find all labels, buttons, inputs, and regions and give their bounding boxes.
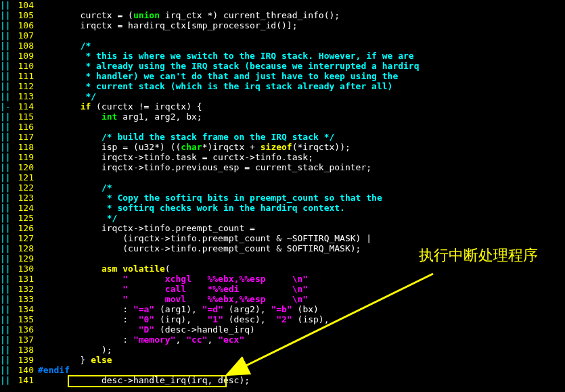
fold-gutter[interactable]: || [0,233,12,243]
code-content[interactable]: (irqctx->tinfo.preempt_count & ~SOFTIRQ_… [38,233,565,243]
code-content[interactable]: /* [38,41,565,51]
code-content[interactable]: * this is where we switch to the IRQ sta… [38,51,565,61]
code-content[interactable]: if (curctx != irqctx) { [38,101,565,112]
code-line[interactable]: ||112 * current stack (which is the irq … [0,81,565,91]
code-line[interactable]: ||131 " xchgl %%ebx,%%esp \n" [0,274,565,284]
code-line[interactable]: ||108 /* [0,41,565,51]
code-content[interactable]: ); [38,345,565,355]
fold-gutter[interactable]: || [0,0,12,10]
code-line[interactable]: ||134 : "=a" (arg1), "=d" (arg2), "=b" (… [0,304,565,314]
fold-gutter[interactable]: || [0,142,12,152]
fold-gutter[interactable]: || [0,345,12,355]
fold-gutter[interactable]: || [0,264,12,274]
code-editor[interactable]: ||104||105 curctx = (union irq_ctx *) cu… [0,0,565,392]
fold-gutter[interactable]: || [0,304,12,314]
fold-gutter[interactable]: || [0,274,12,284]
code-content[interactable] [38,122,565,132]
fold-gutter[interactable]: || [0,10,12,20]
code-line[interactable]: ||140#endif [0,365,565,375]
code-content[interactable]: : "memory", "cc", "ecx" [38,335,565,345]
code-content[interactable]: /* build the stack frame on the IRQ stac… [38,132,565,142]
code-line[interactable]: ||119 irqctx->tinfo.task = curctx->tinfo… [0,152,565,162]
code-line[interactable]: ||110 * already using the IRQ stack (bec… [0,61,565,71]
code-content[interactable]: irqctx->tinfo.preempt_count = [38,223,565,233]
code-line[interactable]: |-114 if (curctx != irqctx) { [0,101,565,112]
code-line[interactable]: ||104 [0,0,565,10]
fold-gutter[interactable]: || [0,112,12,122]
fold-gutter[interactable]: || [0,122,12,132]
fold-gutter[interactable]: || [0,51,12,61]
code-content[interactable]: * handler) we can't do that and just hav… [38,71,565,81]
code-content[interactable]: irqctx = hardirq_ctx[smp_processor_id()]… [38,20,565,30]
code-content[interactable]: " call *%%edi \n" [38,284,565,294]
code-line[interactable]: ||118 isp = (u32*) ((char*)irqctx + size… [0,142,565,152]
code-line[interactable]: ||136 "D" (desc->handle_irq) [0,324,565,335]
code-line[interactable]: ||133 " movl %%ebx,%%esp \n" [0,294,565,304]
code-content[interactable]: asm volatile( [38,264,565,274]
fold-gutter[interactable]: || [0,172,12,182]
code-content[interactable]: desc->handle_irq(irq, desc); [38,375,565,385]
code-line[interactable]: ||121 [0,172,565,182]
code-line[interactable]: ||125 */ [0,213,565,223]
fold-gutter[interactable]: || [0,223,12,233]
code-content[interactable]: * current stack (which is the irq stack … [38,81,565,91]
code-content[interactable]: isp = (u32*) ((char*)irqctx + sizeof(*ir… [38,142,565,152]
fold-gutter[interactable]: || [0,91,12,101]
fold-gutter[interactable]: || [0,41,12,51]
code-content[interactable] [38,172,565,182]
code-line[interactable]: ||126 irqctx->tinfo.preempt_count = [0,223,565,233]
fold-gutter[interactable]: || [0,61,12,71]
code-content[interactable]: irqctx->tinfo.task = curctx->tinfo.task; [38,152,565,162]
fold-gutter[interactable]: || [0,30,12,41]
fold-gutter[interactable]: || [0,213,12,223]
code-line[interactable]: ||139 } else [0,355,565,365]
code-content[interactable]: " xchgl %%ebx,%%esp \n" [38,274,565,284]
code-line[interactable]: ||132 " call *%%edi \n" [0,284,565,294]
code-line[interactable]: ||111 * handler) we can't do that and ju… [0,71,565,81]
fold-gutter[interactable]: || [0,193,12,203]
code-content[interactable]: curctx = (union irq_ctx *) current_threa… [38,10,565,20]
code-content[interactable]: #endif [38,365,565,375]
code-line[interactable]: ||135 : "0" (irq), "1" (desc), "2" (isp)… [0,314,565,324]
fold-gutter[interactable]: || [0,203,12,213]
code-content[interactable]: */ [38,91,565,101]
code-line[interactable]: ||137 : "memory", "cc", "ecx" [0,335,565,345]
code-content[interactable]: int arg1, arg2, bx; [38,112,565,122]
code-line[interactable]: ||117 /* build the stack frame on the IR… [0,132,565,142]
code-line[interactable]: ||127 (irqctx->tinfo.preempt_count & ~SO… [0,233,565,243]
code-line[interactable]: ||105 curctx = (union irq_ctx *) current… [0,10,565,20]
code-line[interactable]: ||122 /* [0,182,565,193]
code-line[interactable]: ||107 [0,30,565,41]
fold-gutter[interactable]: || [0,243,12,253]
code-content[interactable]: irqctx->tinfo.previous_esp = current_sta… [38,162,565,172]
code-line[interactable]: ||109 * this is where we switch to the I… [0,51,565,61]
code-line[interactable]: ||141 desc->handle_irq(irq, desc); [0,375,565,385]
fold-gutter[interactable]: || [0,375,12,385]
code-line[interactable]: ||115 int arg1, arg2, bx; [0,112,565,122]
code-line[interactable]: ||116 [0,122,565,132]
code-content[interactable]: * Copy the softirq bits in preempt_count… [38,193,565,203]
fold-gutter[interactable]: || [0,182,12,193]
code-line[interactable]: ||124 * softirq checks work in the hardi… [0,203,565,213]
fold-gutter[interactable]: || [0,335,12,345]
fold-gutter[interactable]: || [0,324,12,335]
code-content[interactable]: " movl %%ebx,%%esp \n" [38,294,565,304]
code-line[interactable]: ||123 * Copy the softirq bits in preempt… [0,193,565,203]
fold-gutter[interactable]: || [0,355,12,365]
fold-gutter[interactable]: || [0,152,12,162]
fold-gutter[interactable]: || [0,132,12,142]
code-line[interactable]: ||106 irqctx = hardirq_ctx[smp_processor… [0,20,565,30]
code-content[interactable]: * already using the IRQ stack (because w… [38,61,565,71]
fold-gutter[interactable]: || [0,284,12,294]
code-content[interactable]: } else [38,355,565,365]
fold-gutter[interactable]: || [0,81,12,91]
code-line[interactable]: ||113 */ [0,91,565,101]
code-content[interactable]: * softirq checks work in the hardirq con… [38,203,565,213]
fold-gutter[interactable]: || [0,71,12,81]
code-content[interactable]: : "=a" (arg1), "=d" (arg2), "=b" (bx) [38,304,565,314]
fold-gutter[interactable]: || [0,294,12,304]
code-content[interactable] [38,30,565,41]
code-content[interactable]: */ [38,213,565,223]
fold-gutter[interactable]: |- [0,101,12,112]
code-content[interactable]: /* [38,182,565,193]
